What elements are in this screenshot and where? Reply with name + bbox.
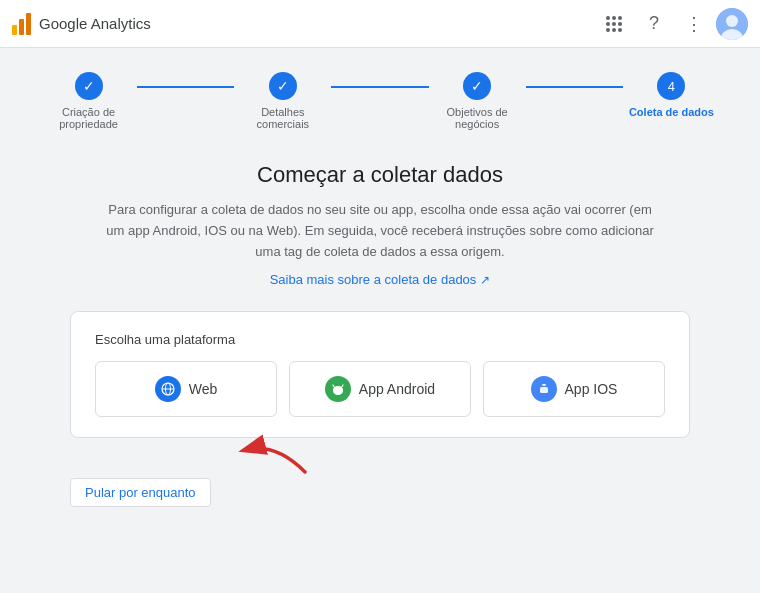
bar2: [19, 19, 24, 35]
ios-icon: [531, 376, 557, 402]
app-title: Google Analytics: [39, 15, 151, 32]
step-1-label: Criação de propriedade: [44, 106, 134, 130]
help-button[interactable]: ?: [636, 6, 672, 42]
step-1-check-icon: ✓: [83, 78, 95, 94]
more-options-button[interactable]: ⋮: [676, 6, 712, 42]
platform-options: Web App Android: [95, 361, 665, 417]
connector-3-4: [526, 86, 623, 88]
step-2: ✓ Detalhes comerciais: [234, 72, 331, 130]
web-icon: [155, 376, 181, 402]
waffle-icon: [606, 16, 622, 32]
connector-2-3: [331, 86, 428, 88]
platform-card: Escolha uma plataforma Web: [70, 311, 690, 438]
connector-1-2: [137, 86, 234, 88]
web-label: Web: [189, 381, 218, 397]
learn-more-link[interactable]: Saiba mais sobre a coleta de dados ↗: [270, 272, 491, 287]
bar3: [26, 13, 31, 35]
bar1: [12, 25, 17, 35]
ios-label: App IOS: [565, 381, 618, 397]
more-icon: ⋮: [685, 13, 703, 35]
step-4-number: 4: [668, 79, 675, 94]
waffle-button[interactable]: [596, 6, 632, 42]
android-label: App Android: [359, 381, 435, 397]
step-2-circle: ✓: [269, 72, 297, 100]
svg-point-1: [726, 15, 738, 27]
page-description: Para configurar a coleta de dados no seu…: [100, 200, 660, 262]
step-2-check-icon: ✓: [277, 78, 289, 94]
app-header: Google Analytics ? ⋮: [0, 0, 760, 48]
header-icons: ? ⋮: [596, 6, 748, 42]
stepper: ✓ Criação de propriedade ✓ Detalhes come…: [40, 72, 720, 130]
analytics-logo-icon: [12, 13, 31, 35]
help-icon: ?: [649, 13, 659, 34]
platform-label: Escolha uma plataforma: [95, 332, 665, 347]
skip-button-area: Pular por enquanto: [70, 474, 690, 507]
step-4: 4 Coleta de dados: [623, 72, 720, 118]
external-link-icon: ↗: [480, 273, 490, 287]
svg-point-11: [333, 386, 343, 393]
step-4-circle: 4: [657, 72, 685, 100]
android-icon: [325, 376, 351, 402]
app-logo: Google Analytics: [12, 13, 151, 35]
platform-option-ios[interactable]: App IOS: [483, 361, 665, 417]
platform-option-web[interactable]: Web: [95, 361, 277, 417]
user-avatar[interactable]: [716, 8, 748, 40]
platform-option-android[interactable]: App Android: [289, 361, 471, 417]
red-arrow-icon: [235, 432, 315, 476]
arrow-annotation-area: [70, 438, 690, 474]
page-heading: Começar a coletar dados: [257, 162, 503, 188]
step-1: ✓ Criação de propriedade: [40, 72, 137, 130]
step-3-circle: ✓: [463, 72, 491, 100]
step-3-label: Objetivos de negócios: [432, 106, 522, 130]
step-2-label: Detalhes comerciais: [238, 106, 328, 130]
step-3: ✓ Objetivos de negócios: [429, 72, 526, 130]
step-3-check-icon: ✓: [471, 78, 483, 94]
learn-more-text: Saiba mais sobre a coleta de dados: [270, 272, 477, 287]
step-4-label: Coleta de dados: [629, 106, 714, 118]
svg-rect-12: [540, 387, 548, 393]
step-1-circle: ✓: [75, 72, 103, 100]
skip-button[interactable]: Pular por enquanto: [70, 478, 211, 507]
main-content: ✓ Criação de propriedade ✓ Detalhes come…: [0, 48, 760, 593]
